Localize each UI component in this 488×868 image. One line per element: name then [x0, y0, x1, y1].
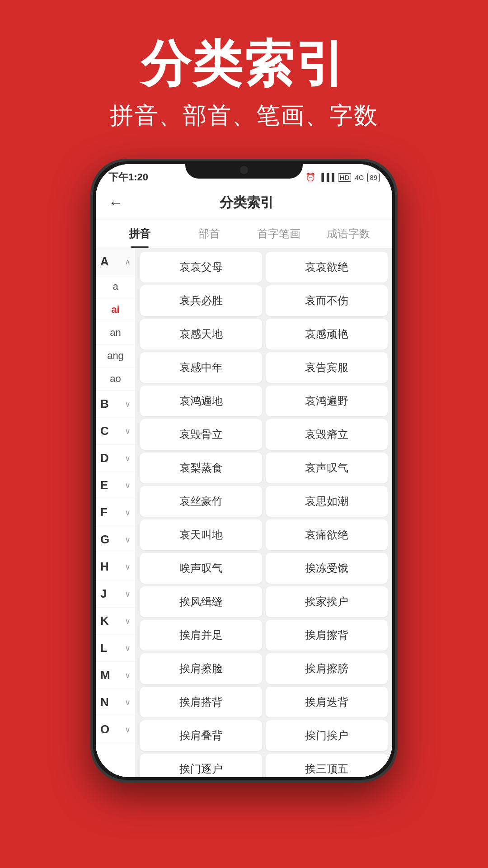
idiom-row: 挨门逐户挨三顶五 [140, 754, 388, 777]
list-item[interactable]: 挨肩擦背 [266, 620, 388, 651]
index-letter-f[interactable]: F ∨ [96, 499, 135, 526]
screen: 下午1:20 ⏰ ▐▐▐ HD 4G 89 ← 分类索引 拼音 部首 首字笔画 [96, 164, 392, 777]
camera-notch [240, 166, 248, 174]
list-item[interactable]: 哀思如潮 [266, 486, 388, 517]
idiom-row: 挨肩叠背挨门挨户 [140, 720, 388, 751]
index-sidebar: A ∧ a ai an ang ao B ∨ C ∨ [96, 248, 136, 777]
phone-notch [185, 161, 303, 179]
list-item[interactable]: 挨肩叠背 [140, 720, 262, 751]
list-item[interactable]: 挨肩迭背 [266, 687, 388, 717]
idiom-row: 挨风缉缝挨家挨户 [140, 586, 388, 617]
list-item[interactable]: 挨家挨户 [266, 586, 388, 617]
battery-icon: 89 [367, 173, 380, 182]
index-letter-h[interactable]: H ∨ [96, 553, 135, 580]
page-title: 分类索引 [132, 193, 361, 212]
idiom-row: 哀哀父母哀哀欲绝 [140, 252, 388, 283]
list-item[interactable]: 挨肩搭背 [140, 687, 262, 717]
index-sub-ang[interactable]: ang [96, 344, 135, 368]
index-sub-a[interactable]: a [96, 275, 135, 298]
index-letter-b[interactable]: B ∨ [96, 391, 135, 418]
alarm-icon: ⏰ [305, 172, 315, 182]
index-letter-a[interactable]: A ∧ [96, 248, 135, 275]
idiom-row: 哀丝豪竹哀思如潮 [140, 486, 388, 517]
tab-bihua[interactable]: 首字笔画 [244, 219, 314, 248]
idiom-row: 哀毁骨立哀毁瘠立 [140, 419, 388, 450]
phone-shell: 下午1:20 ⏰ ▐▐▐ HD 4G 89 ← 分类索引 拼音 部首 首字笔画 [90, 159, 398, 783]
tabs-bar: 拼音 部首 首字笔画 成语字数 [96, 219, 392, 248]
index-sub-an[interactable]: an [96, 321, 135, 344]
idiom-row: 挨肩并足挨肩擦背 [140, 620, 388, 651]
list-item[interactable]: 挨三顶五 [266, 754, 388, 777]
banner: 分类索引 拼音、部首、笔画、字数 [0, 0, 488, 159]
list-item[interactable]: 哀声叹气 [266, 453, 388, 483]
list-item[interactable]: 挨门逐户 [140, 754, 262, 777]
list-item[interactable]: 哀毁瘠立 [266, 419, 388, 450]
hd-badge: HD [338, 173, 352, 182]
list-item[interactable]: 哀哀父母 [140, 252, 262, 283]
network-icon: 4G [355, 174, 364, 181]
list-item[interactable]: 哀鸿遍野 [266, 386, 388, 416]
list-item[interactable]: 挨门挨户 [266, 720, 388, 751]
status-time: 下午1:20 [108, 170, 148, 184]
idiom-list: 哀哀父母哀哀欲绝哀兵必胜哀而不伤哀感天地哀感顽艳哀感中年哀告宾服哀鸿遍地哀鸿遍野… [136, 248, 392, 777]
banner-subtitle: 拼音、部首、笔画、字数 [110, 100, 378, 132]
tab-pinyin[interactable]: 拼音 [105, 219, 174, 248]
signal-icon: ▐▐▐ [319, 173, 334, 181]
idiom-row: 哀天叫地哀痛欲绝 [140, 519, 388, 550]
tab-zishu[interactable]: 成语字数 [314, 219, 383, 248]
list-item[interactable]: 哀毁骨立 [140, 419, 262, 450]
index-letter-d[interactable]: D ∨ [96, 445, 135, 472]
list-item[interactable]: 哀天叫地 [140, 519, 262, 550]
idiom-row: 哀鸿遍地哀鸿遍野 [140, 386, 388, 416]
index-letter-n[interactable]: N ∨ [96, 689, 135, 716]
idiom-row: 挨肩擦脸挨肩擦膀 [140, 653, 388, 684]
list-item[interactable]: 哀告宾服 [266, 352, 388, 383]
list-item[interactable]: 哀兵必胜 [140, 285, 262, 316]
banner-title: 分类索引 [141, 36, 347, 91]
idiom-row: 哀梨蒸食哀声叹气 [140, 453, 388, 483]
tab-bushou[interactable]: 部首 [174, 219, 244, 248]
index-sub-ai[interactable]: ai [96, 298, 135, 321]
idiom-row: 哀兵必胜哀而不伤 [140, 285, 388, 316]
list-item[interactable]: 唉声叹气 [140, 553, 262, 584]
list-item[interactable]: 哀而不伤 [266, 285, 388, 316]
app-header: ← 分类索引 [96, 187, 392, 219]
idiom-row: 挨肩搭背挨肩迭背 [140, 687, 388, 717]
list-item[interactable]: 挨风缉缝 [140, 586, 262, 617]
list-item[interactable]: 哀痛欲绝 [266, 519, 388, 550]
idiom-row: 哀感天地哀感顽艳 [140, 319, 388, 349]
index-letter-e[interactable]: E ∨ [96, 472, 135, 499]
list-item[interactable]: 挨肩擦膀 [266, 653, 388, 684]
idiom-row: 哀感中年哀告宾服 [140, 352, 388, 383]
index-letter-c[interactable]: C ∨ [96, 418, 135, 445]
index-letter-g[interactable]: G ∨ [96, 526, 135, 553]
list-item[interactable]: 挨冻受饿 [266, 553, 388, 584]
list-item[interactable]: 哀感天地 [140, 319, 262, 349]
back-button[interactable]: ← [108, 194, 123, 211]
status-icons: ⏰ ▐▐▐ HD 4G 89 [305, 172, 380, 182]
content-area: A ∧ a ai an ang ao B ∨ C ∨ [96, 248, 392, 777]
list-item[interactable]: 哀丝豪竹 [140, 486, 262, 517]
index-letter-k[interactable]: K ∨ [96, 608, 135, 635]
list-item[interactable]: 挨肩擦脸 [140, 653, 262, 684]
index-group-a: A ∧ a ai an ang ao [96, 248, 135, 391]
index-letter-l[interactable]: L ∨ [96, 635, 135, 662]
list-item[interactable]: 哀鸿遍地 [140, 386, 262, 416]
index-letter-m[interactable]: M ∨ [96, 662, 135, 689]
index-letter-o[interactable]: O ∨ [96, 716, 135, 743]
idiom-row: 唉声叹气挨冻受饿 [140, 553, 388, 584]
list-item[interactable]: 哀梨蒸食 [140, 453, 262, 483]
index-letter-j[interactable]: J ∨ [96, 580, 135, 608]
index-sub-ao[interactable]: ao [96, 368, 135, 391]
list-item[interactable]: 哀感中年 [140, 352, 262, 383]
list-item[interactable]: 挨肩并足 [140, 620, 262, 651]
list-item[interactable]: 哀哀欲绝 [266, 252, 388, 283]
list-item[interactable]: 哀感顽艳 [266, 319, 388, 349]
